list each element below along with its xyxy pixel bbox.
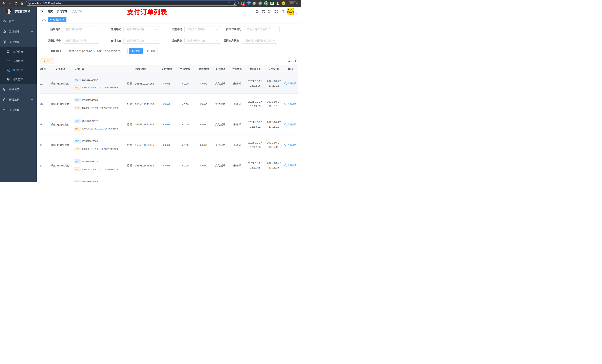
svg-text:120: 120	[40, 103, 43, 105]
svg-text:4200001181202110277723215336: 4200001181202110277723215336	[82, 107, 118, 110]
svg-text:¥ 0.00: ¥ 0.00	[182, 103, 189, 105]
svg-text:1635311468233: 1635311468233	[135, 164, 154, 167]
svg-text:1635311823086: 1635311823086	[135, 144, 154, 146]
svg-text:4200001194202110276752100612: 4200001194202110276752100612	[82, 168, 118, 171]
svg-text:4200001174202110278060590766: 4200001174202110278060590766	[82, 86, 118, 89]
svg-text:1635311823086: 1635311823086	[82, 140, 98, 142]
svg-text:¥ 0.00: ¥ 0.00	[182, 123, 189, 126]
svg-text:JSAPI: JSAPI	[56, 144, 64, 146]
svg-text:2021-10-27: 2021-10-27	[267, 100, 281, 103]
svg-text:¥ 0.01: ¥ 0.01	[163, 164, 170, 167]
svg-text:2021-10-27: 2021-10-27	[267, 121, 281, 124]
svg-text:13:19:09: 13:19:09	[250, 105, 261, 108]
svg-text:2021-10-27: 2021-10-27	[267, 80, 281, 83]
svg-text:13:11:15: 13:11:15	[269, 166, 279, 169]
svg-text:1635311468233: 1635311468233	[82, 160, 98, 163]
svg-text:¥ 0.01: ¥ 0.01	[163, 144, 170, 146]
svg-text:¥ 0.01: ¥ 0.01	[163, 123, 170, 126]
svg-text:2021-10-27: 2021-10-27	[248, 100, 262, 103]
svg-text:¥ 0.01: ¥ 0.01	[163, 82, 170, 85]
svg-text:1635311881439: 1635311881439	[135, 123, 154, 126]
svg-text:2021-10-27: 2021-10-27	[248, 162, 262, 165]
svg-text:4200001173202110272847982104: 4200001173202110272847982104	[82, 127, 118, 130]
svg-text:1635311949168: 1635311949168	[82, 99, 98, 102]
svg-text:¥ 0.00: ¥ 0.00	[200, 103, 207, 105]
svg-text:JSAPI: JSAPI	[56, 164, 64, 167]
svg-text:4200001167202110271022491439: 4200001167202110271022491439	[82, 148, 118, 150]
svg-text:1635312124657: 1635312124657	[82, 78, 98, 81]
svg-text:¥ 0.00: ¥ 0.00	[182, 82, 189, 85]
svg-text:2021-10-27: 2021-10-27	[248, 80, 262, 83]
svg-text:¥ 0.00: ¥ 0.00	[200, 164, 207, 167]
svg-text:13:18:02: 13:18:02	[250, 125, 261, 128]
svg-text:2021-10-27: 2021-10-27	[248, 121, 262, 124]
svg-text:2021-10-27: 2021-10-27	[248, 141, 262, 144]
svg-text:117: 117	[40, 164, 43, 167]
svg-text:JSAPI: JSAPI	[56, 103, 64, 106]
svg-text:¥ 0.00: ¥ 0.00	[200, 123, 207, 126]
svg-text:¥ 0.00: ¥ 0.00	[182, 144, 189, 146]
svg-text:119: 119	[40, 123, 43, 126]
svg-text:2021-10-27: 2021-10-27	[267, 162, 281, 165]
svg-text:JSAPI: JSAPI	[56, 82, 64, 85]
svg-text:1635311949168: 1635311949168	[135, 103, 154, 105]
svg-text:13:22:05: 13:22:05	[250, 84, 261, 87]
svg-text:13:17:03: 13:17:03	[250, 146, 261, 148]
svg-text:13:22:15: 13:22:15	[269, 84, 279, 87]
svg-text:13:18:10: 13:18:10	[269, 125, 279, 128]
svg-text:13:19:15: 13:19:15	[269, 105, 279, 108]
svg-text:¥ 0.01: ¥ 0.01	[163, 103, 170, 105]
svg-text:13:11:08: 13:11:08	[250, 166, 260, 169]
svg-text:13:17:08: 13:17:08	[269, 146, 279, 148]
svg-text:¥ 0.00: ¥ 0.00	[200, 82, 207, 85]
svg-text:1635311351736: 1635311351736	[82, 181, 98, 182]
svg-text:1635311881440: 1635311881440	[82, 119, 98, 122]
svg-text:¥ 0.00: ¥ 0.00	[200, 144, 207, 146]
svg-text:JSAPI: JSAPI	[56, 123, 64, 126]
svg-text:118: 118	[40, 144, 43, 146]
svg-text:2021-10-27: 2021-10-27	[267, 141, 281, 144]
svg-text:1635312124656: 1635312124656	[135, 82, 154, 85]
svg-text:121: 121	[40, 82, 43, 85]
svg-text:¥ 0.00: ¥ 0.00	[182, 164, 189, 167]
